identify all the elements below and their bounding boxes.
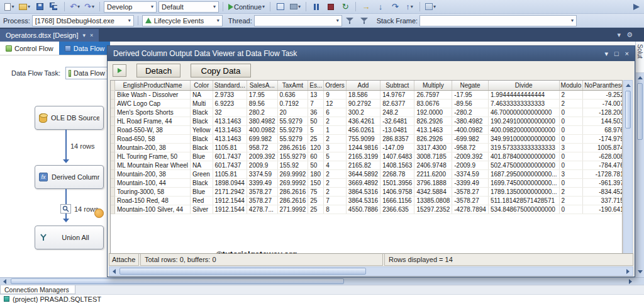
grid-cell: -190.6414 bbox=[583, 205, 623, 214]
grid-row[interactable]: Mountain-200, 38Black1105.81958.72286.26… bbox=[111, 143, 623, 152]
scrollbar-thumb[interactable] bbox=[625, 91, 631, 129]
connection-manager-item[interactable]: (project) PRASAD.SQLTEST bbox=[0, 295, 644, 303]
resume-button[interactable] bbox=[113, 64, 126, 77]
grid-column-header[interactable]: Divide bbox=[488, 81, 559, 90]
grid-row[interactable]: ML Mountain Rear WheelNA601.74372009.915… bbox=[111, 161, 623, 169]
grid-column-header[interactable]: TaxAmt bbox=[277, 81, 308, 90]
grid-row[interactable]: Road-150 Red, 48Red1912.15443578.27286.2… bbox=[111, 196, 623, 205]
grid-column-header[interactable]: Standard... bbox=[213, 81, 247, 90]
grid-row[interactable]: AWC Logo CapMulti6.922389.560.719271290.… bbox=[111, 99, 623, 108]
grid-row[interactable]: Touring-3000, 58Blue2171.29423578.27286.… bbox=[111, 187, 623, 196]
scroll-down-arrow[interactable] bbox=[636, 267, 644, 276]
grid-column-header[interactable]: Orders bbox=[324, 81, 347, 90]
grid-column-header[interactable]: Color bbox=[191, 81, 213, 90]
filter-threads-button[interactable] bbox=[358, 15, 371, 26]
open-file-button[interactable]: ▾ bbox=[18, 1, 31, 13]
grid-row[interactable]: HL Touring Frame, 50Blue601.74372009.392… bbox=[111, 152, 623, 161]
step-out-button[interactable]: ↑▾ bbox=[403, 1, 416, 13]
grid-row[interactable]: Men's Sports ShortsBlack32280.220366300.… bbox=[111, 108, 623, 117]
solution-explorer-collapsed-tab[interactable]: Solut bbox=[636, 42, 644, 73]
grid-column-header[interactable]: Modulo bbox=[559, 81, 583, 90]
grid-row[interactable]: HL Road Frame, 44Black413.1463380.498255… bbox=[111, 117, 623, 125]
data-path-arrowhead bbox=[63, 159, 69, 163]
grid-column-header[interactable]: Negate bbox=[452, 81, 489, 90]
grid-cell: 4278.7... bbox=[247, 205, 277, 214]
breakpoints-window-button[interactable] bbox=[274, 1, 287, 13]
grid-column-header[interactable]: NoParantheses bbox=[583, 81, 623, 90]
lifecycle-events-combo[interactable]: Lifecycle Events▾ bbox=[142, 15, 223, 26]
scroll-up-arrow[interactable] bbox=[624, 81, 632, 89]
grid-row[interactable]: Mountain-100, 44Black1898.09443399.49269… bbox=[111, 178, 623, 187]
undo-button[interactable]: ↶▾ bbox=[69, 1, 81, 13]
grid-column-header[interactable]: Es... bbox=[308, 81, 324, 90]
step-over-button[interactable]: ↷ bbox=[389, 1, 401, 13]
continue-button[interactable]: Continue▾ bbox=[227, 1, 266, 13]
grid-row[interactable]: Road-550-W, 38Yellow413.1463400.098255.9… bbox=[111, 125, 623, 134]
detach-button[interactable]: Detach bbox=[136, 64, 180, 77]
component-derived-column[interactable]: fx Derived Column bbox=[35, 165, 104, 189]
grid-column-header[interactable]: Add bbox=[346, 81, 380, 90]
tab-control-flow[interactable]: Control Flow bbox=[0, 42, 59, 55]
grid-cell: -961.3972 bbox=[583, 178, 623, 187]
grid-column-header[interactable]: Subtract bbox=[380, 81, 414, 90]
connection-managers-tab[interactable]: Connection Managers bbox=[0, 285, 75, 294]
configuration-combo[interactable]: Develop▾ bbox=[104, 1, 157, 13]
flag-threads-button[interactable] bbox=[344, 15, 357, 26]
tab-data-flow[interactable]: Data Flow bbox=[59, 42, 111, 55]
grid-row[interactable]: Bike Wash - DissolverNA2.973317.950.6361… bbox=[111, 90, 623, 99]
close-icon[interactable]: × bbox=[90, 32, 93, 38]
save-all-icon bbox=[50, 3, 58, 11]
hierarchy-button[interactable]: ▾ bbox=[424, 1, 437, 13]
component-union-all[interactable]: Union All bbox=[35, 226, 104, 249]
scrollbar-thumb[interactable] bbox=[637, 83, 643, 140]
grid-vertical-scrollbar[interactable] bbox=[623, 80, 633, 254]
grid-cell: 2 bbox=[559, 187, 583, 196]
save-button[interactable] bbox=[33, 1, 46, 13]
grid-row[interactable]: Mountain-100 Silver, 44Silver1912.154442… bbox=[111, 205, 623, 214]
grid-row[interactable]: Mountain-200, 38Green1105.813374.59269.9… bbox=[111, 169, 623, 178]
process-combo[interactable]: [1768] DtsDebugHost.exe▾ bbox=[32, 15, 134, 26]
step-into-button[interactable]: ↓ bbox=[374, 1, 387, 13]
grid-column-header[interactable]: EnglishProductName bbox=[115, 81, 191, 90]
redo-button[interactable]: ↷▾ bbox=[83, 1, 96, 13]
platform-combo[interactable]: Default▾ bbox=[158, 1, 219, 13]
grid-cell: 269.9992 bbox=[277, 169, 308, 178]
grid-column-header[interactable]: SalesA... bbox=[247, 81, 277, 90]
pause-button[interactable] bbox=[310, 1, 323, 13]
document-tab-operators[interactable]: Operators.dtsx [Design] ▾ × bbox=[0, 29, 99, 42]
data-viewer-button[interactable] bbox=[60, 204, 71, 214]
stack-frame-combo[interactable]: ▾ bbox=[419, 15, 577, 26]
copy-data-button[interactable]: Copy Data bbox=[191, 64, 251, 77]
dialog-titlebar[interactable]: Derived Column Output Data Viewer at Dat… bbox=[108, 46, 635, 61]
output-window-button[interactable]: ▾ bbox=[289, 1, 302, 13]
grid-horizontal-scrollbar[interactable] bbox=[109, 266, 633, 276]
chevron-down-icon[interactable]: ▾ bbox=[618, 31, 621, 39]
grid-column-header[interactable]: Multiply bbox=[414, 81, 452, 90]
scroll-left-arrow[interactable] bbox=[0, 278, 9, 285]
scrollbar-thumb[interactable] bbox=[119, 268, 366, 275]
grid-cell: 89.56 bbox=[247, 99, 277, 108]
close-icon[interactable]: × bbox=[625, 50, 629, 57]
new-file-button[interactable]: ▾ bbox=[3, 1, 16, 13]
maximize-icon[interactable]: □ bbox=[614, 50, 619, 57]
save-all-button[interactable] bbox=[48, 1, 60, 13]
gear-icon[interactable]: ⚙ bbox=[626, 31, 633, 39]
show-next-statement-button[interactable]: → bbox=[360, 1, 372, 13]
scroll-right-arrow[interactable] bbox=[623, 267, 633, 275]
chevron-down-icon[interactable]: ▾ bbox=[604, 50, 608, 58]
feedback-button[interactable] bbox=[628, 1, 641, 13]
chevron-down-icon[interactable]: ▾ bbox=[83, 32, 86, 38]
app-vertical-scrollbar[interactable] bbox=[636, 73, 644, 277]
designer-horizontal-scrollbar[interactable] bbox=[0, 277, 635, 285]
scroll-right-arrow[interactable] bbox=[626, 278, 635, 285]
scrollbar-thumb[interactable] bbox=[11, 278, 344, 284]
scroll-up-arrow[interactable] bbox=[636, 73, 644, 82]
stop-debugging-button[interactable] bbox=[325, 1, 337, 13]
grid-cell: -174.9799 bbox=[583, 134, 623, 143]
scroll-left-arrow[interactable] bbox=[109, 267, 119, 275]
thread-combo[interactable]: ▾ bbox=[254, 15, 342, 26]
grid-cell: 349.991000000000000 bbox=[488, 134, 559, 143]
grid-row[interactable]: Road-650, 58Black413.1463699.98255.92792… bbox=[111, 134, 623, 143]
component-ole-db-source[interactable]: OLE DB Source bbox=[35, 106, 104, 130]
restart-button[interactable]: ↻ bbox=[339, 1, 352, 13]
